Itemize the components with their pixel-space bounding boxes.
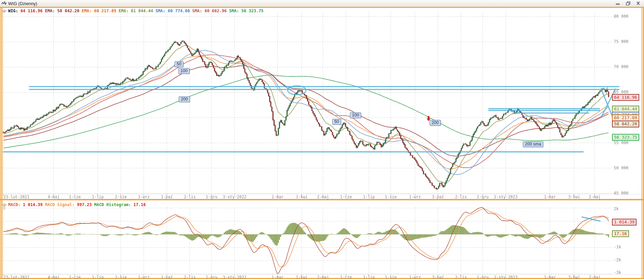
x-axis-label: 1-wrz [409, 275, 421, 279]
legend-value: 997.23 [75, 202, 92, 207]
legend-value: 17.16 [131, 202, 146, 207]
legend-label: SMA: [229, 9, 239, 13]
x-axis-label: 2-sty-2023 [494, 275, 517, 279]
x-axis-label: 1-gru [477, 195, 489, 199]
date-axis-separator [2, 194, 642, 194]
legend-item: SMA: 56 323.75 [229, 9, 263, 13]
x-axis-label: 2-lis [184, 195, 196, 199]
x-axis-label: 1-lip [92, 195, 104, 199]
legend-item: EMA: 60 217.89 [82, 9, 116, 13]
x-axis-label: 2-lis [455, 275, 467, 279]
x-axis-label: 1-kwi [296, 195, 308, 199]
x-axis-label: 1-wrz [138, 195, 150, 199]
x-axis-label: 3-sty-2022 [223, 275, 246, 279]
x-axis-label: 2-lis [455, 195, 467, 199]
x-axis-label: 3-paź [432, 275, 444, 279]
legend-value: 61 844.44 [128, 9, 153, 13]
legend-item: MACD: 1 014.39 [8, 202, 43, 207]
price-value-box: 17.16 [612, 230, 629, 237]
legend-label: EMA: [45, 9, 55, 13]
y-axis-label: 75 000 [614, 39, 628, 44]
x-axis-label: 1-paź [161, 275, 173, 279]
main-pane-settings-icon[interactable] [2, 8, 7, 15]
x-axis-label: 1-cze [69, 275, 81, 279]
legend-value: 1 014.39 [20, 202, 43, 207]
ma-period-tag[interactable]: 100 [350, 112, 361, 118]
legend-label: WIG: [8, 9, 18, 13]
x-axis-label: 23-lut-2021 [3, 195, 29, 199]
legend-item: EMA: 61 844.44 [118, 9, 153, 13]
legend-value: 64 116.96 [18, 9, 43, 13]
macd-y-axis-label: -2k [614, 258, 621, 262]
macd-y-axis-label: 2k [614, 206, 618, 211]
macd-y-axis-label: -3k [614, 270, 621, 275]
legend-label: MACD: [8, 202, 20, 207]
x-axis-label: 1-cze [340, 195, 352, 199]
x-axis-label: 1-gru [206, 275, 218, 279]
legend-item: MACD Histogram: 17.16 [94, 202, 146, 207]
x-axis-label: 1-lip [363, 195, 375, 199]
y-axis-label: 45 000 [614, 191, 628, 196]
x-axis-label: 1-sie [385, 195, 397, 199]
legend-item: SMA: 60 774.00 [156, 9, 190, 13]
x-axis-label: 1-cze [340, 275, 352, 279]
x-axis-label: 1-mar [544, 195, 556, 199]
ma-period-tag[interactable]: 200 [430, 120, 441, 126]
legend-value: 58 842.20 [55, 9, 79, 13]
x-axis-label: 2-maj [589, 275, 601, 279]
x-axis-label: 1-gru [477, 275, 489, 279]
legend-label: SMA: [156, 9, 165, 13]
ma-period-tag[interactable]: 200 [179, 96, 190, 102]
chart-canvas[interactable] [0, 0, 644, 279]
legend-item: WIG: 64 116.96 [8, 9, 43, 13]
main-indicator-legend: WIG: 64 116.96EMA: 58 842.20EMA: 60 217.… [8, 9, 263, 13]
macd-y-axis-label: -1k [614, 245, 621, 249]
x-axis-label: 1-lip [92, 275, 104, 279]
legend-label: EMA: [118, 9, 128, 13]
price-value-box: 56 323.75 [612, 134, 639, 141]
x-axis-label: 1-gru [206, 195, 218, 199]
price-value-box: 1 014.39 [612, 219, 637, 226]
x-axis-label: 1-kwi [296, 275, 308, 279]
price-value-box: 64 116.96 [612, 94, 639, 101]
legend-label: MACD Signal: [45, 202, 75, 207]
y-axis-label: 50 000 [614, 166, 628, 170]
x-axis-label: 23-lut-2021 [3, 275, 29, 279]
legend-item: SMA: 60 602.96 [192, 9, 227, 13]
price-value-box: 60 217.89 [612, 114, 639, 121]
y-axis-label: 80 000 [614, 14, 628, 19]
legend-label: MACD Histogram: [94, 202, 131, 207]
x-axis-label: 1-sie [385, 275, 397, 279]
x-axis-label: 1-lip [363, 275, 375, 279]
x-axis-label: 3-sty-2022 [223, 195, 246, 199]
ma-period-tag[interactable]: 50 [175, 61, 183, 67]
x-axis-label: 2-maj [317, 275, 329, 279]
y-axis-label: 70 000 [614, 64, 628, 69]
ma-period-tag[interactable]: 200 sma [523, 141, 543, 147]
price-value-box: 61 844.44 [612, 106, 639, 112]
x-axis-label: 4-maj [48, 275, 60, 279]
ma-period-tag[interactable]: 50 [332, 119, 341, 125]
legend-label: EMA: [82, 9, 92, 13]
price-value-box: 58 842.20 [612, 121, 639, 127]
legend-label: SMA: [192, 9, 202, 13]
x-axis-label: 1-mar [272, 195, 284, 199]
macd-indicator-legend: MACD: 1 014.39MACD Signal: 997.23MACD Hi… [8, 202, 146, 207]
legend-value: 60 217.89 [92, 9, 116, 13]
x-axis-label: 2-lis [184, 275, 196, 279]
x-axis-label: 2-sie [115, 275, 127, 279]
x-axis-label: 1-mar [272, 275, 284, 279]
x-axis-label: 2-maj [589, 195, 601, 199]
date-axis-separator [2, 274, 642, 275]
macd-pane-settings-icon[interactable] [2, 202, 7, 211]
x-axis-label: 2-sty-2023 [494, 195, 517, 199]
legend-value: 60 602.96 [202, 9, 227, 13]
x-axis-label: 1-mar [544, 275, 556, 279]
ma-period-tag[interactable]: 100 [178, 68, 190, 74]
x-axis-label: 4-maj [48, 195, 60, 199]
x-axis-label: 3-kwi [568, 195, 580, 199]
legend-value: 60 774.00 [165, 9, 190, 13]
x-axis-label: 3-paź [432, 195, 444, 199]
x-axis-label: 2-sie [115, 195, 127, 199]
legend-item: EMA: 58 842.20 [45, 9, 79, 13]
